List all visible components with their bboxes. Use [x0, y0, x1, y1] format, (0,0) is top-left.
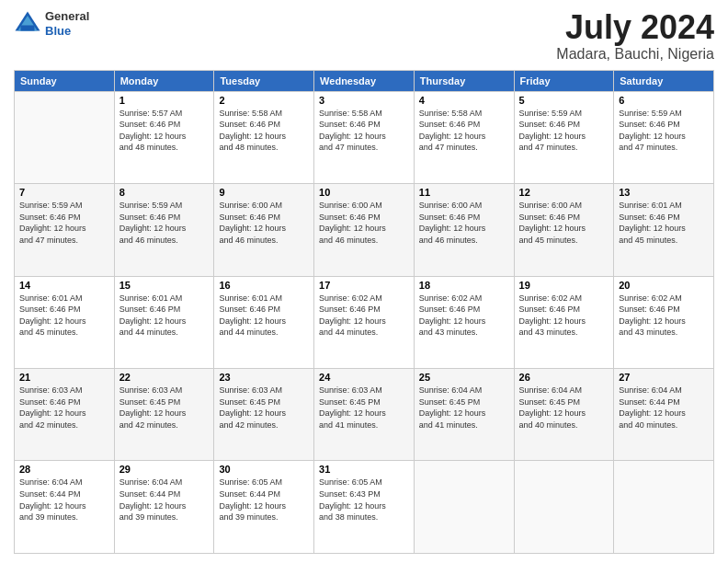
day-info: Sunrise: 6:03 AMSunset: 6:45 PMDaylight:… — [119, 385, 210, 431]
day-info: Sunrise: 6:02 AMSunset: 6:46 PMDaylight:… — [619, 293, 709, 339]
day-info: Sunrise: 6:01 AMSunset: 6:46 PMDaylight:… — [19, 293, 109, 339]
calendar-week-row: 1Sunrise: 5:57 AMSunset: 6:46 PMDaylight… — [15, 91, 714, 183]
day-info: Sunrise: 6:03 AMSunset: 6:45 PMDaylight:… — [219, 385, 309, 431]
calendar-header-cell: Saturday — [614, 70, 714, 91]
day-number: 6 — [619, 95, 709, 106]
calendar-week-row: 7Sunrise: 5:59 AMSunset: 6:46 PMDaylight… — [15, 184, 714, 276]
subtitle: Madara, Bauchi, Nigeria — [556, 46, 714, 63]
day-info: Sunrise: 6:03 AMSunset: 6:46 PMDaylight:… — [19, 385, 109, 431]
calendar-day-cell: 4Sunrise: 5:58 AMSunset: 6:46 PMDaylight… — [414, 91, 514, 183]
day-number: 25 — [419, 372, 509, 383]
day-info: Sunrise: 6:00 AMSunset: 6:46 PMDaylight:… — [219, 200, 309, 246]
day-number: 8 — [119, 187, 210, 198]
day-info: Sunrise: 6:05 AMSunset: 6:43 PMDaylight:… — [319, 477, 409, 523]
day-info: Sunrise: 5:59 AMSunset: 6:46 PMDaylight:… — [119, 200, 210, 246]
day-info: Sunrise: 6:05 AMSunset: 6:44 PMDaylight:… — [219, 477, 309, 523]
day-number: 15 — [119, 280, 210, 291]
header: General Blue July 2024 Madara, Bauchi, N… — [14, 9, 714, 63]
day-info: Sunrise: 6:00 AMSunset: 6:46 PMDaylight:… — [519, 200, 609, 246]
day-info: Sunrise: 5:57 AMSunset: 6:46 PMDaylight:… — [119, 108, 210, 154]
calendar-day-cell: 19Sunrise: 6:02 AMSunset: 6:46 PMDayligh… — [514, 276, 614, 368]
logo-icon — [14, 10, 41, 38]
calendar-week-row: 14Sunrise: 6:01 AMSunset: 6:46 PMDayligh… — [15, 276, 714, 368]
day-info: Sunrise: 6:04 AMSunset: 6:45 PMDaylight:… — [519, 385, 609, 431]
calendar-day-cell: 8Sunrise: 5:59 AMSunset: 6:46 PMDaylight… — [114, 184, 214, 276]
day-number: 29 — [119, 464, 210, 475]
day-info: Sunrise: 6:00 AMSunset: 6:46 PMDaylight:… — [419, 200, 509, 246]
calendar-header-cell: Monday — [114, 70, 214, 91]
calendar-day-cell — [414, 461, 514, 554]
day-number: 27 — [619, 372, 709, 383]
day-number: 12 — [519, 187, 609, 198]
calendar-day-cell: 27Sunrise: 6:04 AMSunset: 6:44 PMDayligh… — [614, 369, 714, 461]
day-number: 2 — [219, 95, 309, 106]
calendar-day-cell: 11Sunrise: 6:00 AMSunset: 6:46 PMDayligh… — [414, 184, 514, 276]
calendar-day-cell: 17Sunrise: 6:02 AMSunset: 6:46 PMDayligh… — [314, 276, 415, 368]
calendar-week-row: 21Sunrise: 6:03 AMSunset: 6:46 PMDayligh… — [15, 369, 714, 461]
calendar-day-cell: 13Sunrise: 6:01 AMSunset: 6:46 PMDayligh… — [614, 184, 714, 276]
day-info: Sunrise: 5:58 AMSunset: 6:46 PMDaylight:… — [219, 108, 309, 154]
calendar-day-cell — [614, 461, 714, 554]
calendar-day-cell: 14Sunrise: 6:01 AMSunset: 6:46 PMDayligh… — [15, 276, 115, 368]
day-info: Sunrise: 6:04 AMSunset: 6:45 PMDaylight:… — [419, 385, 509, 431]
day-number: 26 — [519, 372, 609, 383]
calendar-day-cell: 7Sunrise: 5:59 AMSunset: 6:46 PMDaylight… — [15, 184, 115, 276]
day-number: 9 — [219, 187, 309, 198]
logo-line1: General — [45, 9, 89, 24]
calendar-day-cell: 21Sunrise: 6:03 AMSunset: 6:46 PMDayligh… — [15, 369, 115, 461]
day-number: 10 — [319, 187, 409, 198]
calendar-week-row: 28Sunrise: 6:04 AMSunset: 6:44 PMDayligh… — [15, 461, 714, 554]
calendar-day-cell: 20Sunrise: 6:02 AMSunset: 6:46 PMDayligh… — [614, 276, 714, 368]
day-number: 7 — [19, 187, 109, 198]
day-info: Sunrise: 6:01 AMSunset: 6:46 PMDaylight:… — [619, 200, 709, 246]
day-info: Sunrise: 5:59 AMSunset: 6:46 PMDaylight:… — [619, 108, 709, 154]
calendar-day-cell: 1Sunrise: 5:57 AMSunset: 6:46 PMDaylight… — [114, 91, 214, 183]
day-info: Sunrise: 6:01 AMSunset: 6:46 PMDaylight:… — [119, 293, 210, 339]
day-info: Sunrise: 6:04 AMSunset: 6:44 PMDaylight:… — [19, 477, 109, 523]
calendar-day-cell — [15, 91, 115, 183]
day-info: Sunrise: 6:02 AMSunset: 6:46 PMDaylight:… — [519, 293, 609, 339]
day-info: Sunrise: 6:02 AMSunset: 6:46 PMDaylight:… — [419, 293, 509, 339]
day-number: 18 — [419, 280, 509, 291]
day-number: 13 — [619, 187, 709, 198]
day-number: 30 — [219, 464, 309, 475]
calendar-day-cell: 22Sunrise: 6:03 AMSunset: 6:45 PMDayligh… — [114, 369, 214, 461]
calendar-header-cell: Sunday — [15, 70, 115, 91]
day-info: Sunrise: 5:58 AMSunset: 6:46 PMDaylight:… — [319, 108, 409, 154]
logo-text: General Blue — [45, 9, 89, 38]
calendar-day-cell: 23Sunrise: 6:03 AMSunset: 6:45 PMDayligh… — [214, 369, 314, 461]
calendar-day-cell: 26Sunrise: 6:04 AMSunset: 6:45 PMDayligh… — [514, 369, 614, 461]
day-info: Sunrise: 6:03 AMSunset: 6:45 PMDaylight:… — [319, 385, 409, 431]
logo-line2: Blue — [45, 24, 89, 39]
day-info: Sunrise: 6:04 AMSunset: 6:44 PMDaylight:… — [119, 477, 210, 523]
day-number: 28 — [19, 464, 109, 475]
calendar-day-cell: 24Sunrise: 6:03 AMSunset: 6:45 PMDayligh… — [314, 369, 415, 461]
calendar-day-cell: 5Sunrise: 5:59 AMSunset: 6:46 PMDaylight… — [514, 91, 614, 183]
day-info: Sunrise: 6:04 AMSunset: 6:44 PMDaylight:… — [619, 385, 709, 431]
day-info: Sunrise: 5:58 AMSunset: 6:46 PMDaylight:… — [419, 108, 509, 154]
calendar-day-cell: 2Sunrise: 5:58 AMSunset: 6:46 PMDaylight… — [214, 91, 314, 183]
day-number: 1 — [119, 95, 210, 106]
calendar-day-cell: 18Sunrise: 6:02 AMSunset: 6:46 PMDayligh… — [414, 276, 514, 368]
day-number: 22 — [119, 372, 210, 383]
calendar-day-cell: 28Sunrise: 6:04 AMSunset: 6:44 PMDayligh… — [15, 461, 115, 554]
day-number: 17 — [319, 280, 409, 291]
day-info: Sunrise: 6:01 AMSunset: 6:46 PMDaylight:… — [219, 293, 309, 339]
day-number: 14 — [19, 280, 109, 291]
day-number: 16 — [219, 280, 309, 291]
day-number: 3 — [319, 95, 409, 106]
calendar-day-cell: 3Sunrise: 5:58 AMSunset: 6:46 PMDaylight… — [314, 91, 415, 183]
page: General Blue July 2024 Madara, Bauchi, N… — [0, 0, 728, 563]
day-info: Sunrise: 6:00 AMSunset: 6:46 PMDaylight:… — [319, 200, 409, 246]
calendar-day-cell — [514, 461, 614, 554]
day-number: 24 — [319, 372, 409, 383]
calendar-day-cell: 12Sunrise: 6:00 AMSunset: 6:46 PMDayligh… — [514, 184, 614, 276]
day-number: 31 — [319, 464, 409, 475]
calendar-day-cell: 30Sunrise: 6:05 AMSunset: 6:44 PMDayligh… — [214, 461, 314, 554]
calendar-day-cell: 29Sunrise: 6:04 AMSunset: 6:44 PMDayligh… — [114, 461, 214, 554]
logo: General Blue — [14, 9, 89, 38]
title-block: July 2024 Madara, Bauchi, Nigeria — [556, 9, 714, 63]
day-number: 5 — [519, 95, 609, 106]
svg-rect-2 — [21, 25, 35, 30]
day-number: 11 — [419, 187, 509, 198]
